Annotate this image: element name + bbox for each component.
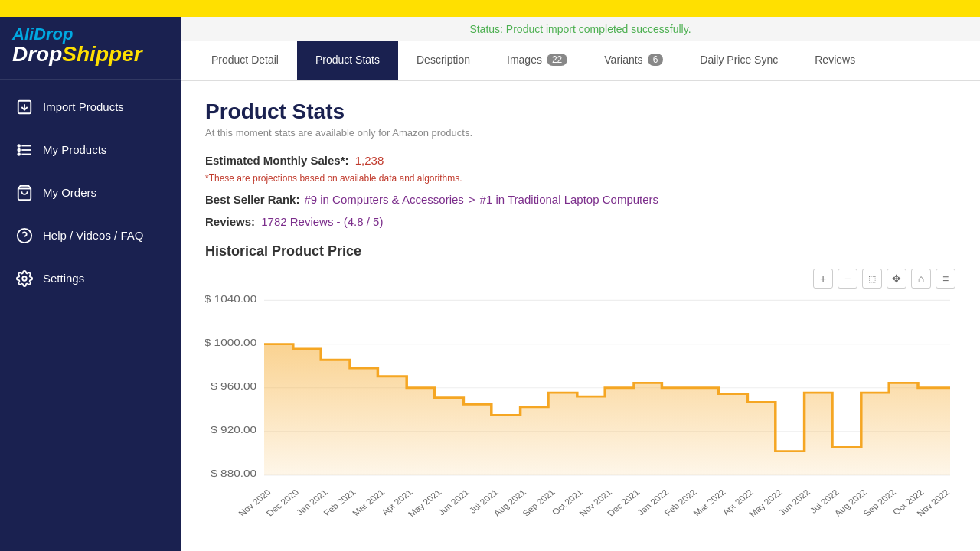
help-icon	[15, 227, 34, 245]
tab-variants-label: Variants	[604, 54, 642, 66]
tab-description[interactable]: Description	[398, 41, 488, 80]
sidebar-item-label-settings: Settings	[43, 272, 84, 285]
svg-point-11	[22, 276, 27, 281]
tab-reviews[interactable]: Reviews	[796, 41, 874, 80]
estimated-sales-value: 1,238	[355, 154, 384, 167]
sidebar-item-label-import: Import Products	[43, 100, 124, 113]
bestseller-link-1[interactable]: #9 in Computers & Accessories	[304, 193, 463, 206]
logo: AliDrop DropShipper	[0, 17, 181, 80]
sidebar-item-my-products[interactable]: My Products	[0, 129, 181, 171]
tab-images[interactable]: Images 22	[488, 41, 586, 80]
page-content: Product Stats At this moment stats are a…	[181, 81, 980, 551]
chart-zoom-in-button[interactable]: +	[813, 269, 833, 289]
reviews-value: 1782 Reviews - (4.8 / 5)	[261, 215, 383, 228]
tab-description-label: Description	[416, 54, 470, 66]
sidebar-item-label-help: Help / Videos / FAQ	[43, 229, 143, 242]
sidebar-nav: Import Products My Products	[0, 80, 181, 306]
tab-reviews-label: Reviews	[815, 54, 855, 66]
tab-variants[interactable]: Variants 6	[586, 41, 681, 80]
sidebar-item-my-orders[interactable]: My Orders	[0, 171, 181, 214]
logo-bottom: DropShipper	[12, 43, 168, 67]
sidebar-item-settings[interactable]: Settings	[0, 257, 181, 300]
status-bar: Status: Product import completed success…	[181, 17, 980, 41]
reviews-label: Reviews:	[205, 215, 255, 228]
logo-top: AliDrop	[12, 26, 168, 43]
svg-text:$ 960.00: $ 960.00	[211, 380, 256, 391]
tab-daily-price-sync-label: Daily Price Sync	[700, 54, 778, 66]
estimated-sales-row: Estimated Monthly Sales*: 1,238	[205, 154, 956, 167]
images-badge: 22	[547, 54, 567, 66]
import-icon	[15, 98, 34, 116]
tab-product-stats-label: Product Stats	[315, 54, 380, 66]
main-content: Status: Product import completed success…	[181, 17, 980, 551]
chart-zoom-out-button[interactable]: −	[838, 269, 858, 289]
bestseller-arrow: >	[469, 193, 475, 206]
tab-product-stats[interactable]: Product Stats	[297, 41, 398, 80]
chart-toolbar: + − ⬚ ✥ ⌂ ≡	[205, 269, 956, 289]
bestseller-link-2[interactable]: #1 in Traditional Laptop Computers	[480, 193, 658, 206]
svg-point-7	[18, 153, 20, 155]
svg-text:$ 880.00: $ 880.00	[211, 468, 256, 479]
tab-daily-price-sync[interactable]: Daily Price Sync	[681, 41, 796, 80]
sales-note: *These are projections based on availabl…	[205, 173, 956, 184]
svg-text:$ 1040.00: $ 1040.00	[205, 293, 256, 304]
sidebar-item-label-products: My Products	[43, 143, 106, 156]
settings-icon	[15, 269, 34, 288]
tabs-container: Product Detail Product Stats Description…	[181, 41, 980, 81]
svg-point-5	[18, 145, 20, 147]
chart-zoom-rect-button[interactable]: ⬚	[862, 269, 882, 289]
svg-point-6	[18, 148, 20, 151]
top-bar	[0, 0, 980, 17]
sidebar-item-help[interactable]: Help / Videos / FAQ	[0, 214, 181, 257]
estimated-sales-label: Estimated Monthly Sales*:	[205, 154, 349, 167]
sidebar: AliDrop DropShipper Import Products	[0, 17, 181, 551]
chart-container: $ 1040.00 $ 1000.00 $ 960.00 $ 920.00 $ …	[205, 292, 956, 536]
bestseller-rank-row: Best Seller Rank: #9 in Computers & Acce…	[205, 193, 956, 206]
sidebar-item-import-products[interactable]: Import Products	[0, 86, 181, 129]
chart-menu-button[interactable]: ≡	[936, 269, 956, 289]
historical-price-chart: $ 1040.00 $ 1000.00 $ 960.00 $ 920.00 $ …	[205, 292, 956, 536]
reviews-row: Reviews: 1782 Reviews - (4.8 / 5)	[205, 215, 956, 228]
bestseller-rank-label: Best Seller Rank:	[205, 193, 299, 206]
tab-product-detail[interactable]: Product Detail	[193, 41, 297, 80]
variants-badge: 6	[648, 54, 664, 66]
tab-product-detail-label: Product Detail	[211, 54, 279, 66]
chart-pan-button[interactable]: ✥	[887, 269, 906, 289]
chart-home-button[interactable]: ⌂	[911, 269, 931, 289]
orders-icon	[15, 184, 34, 202]
chart-section-title: Historical Product Price	[205, 243, 956, 259]
status-message: Status: Product import completed success…	[469, 23, 691, 35]
tab-images-label: Images	[507, 54, 542, 66]
sidebar-item-label-orders: My Orders	[43, 186, 96, 199]
page-subtitle: At this moment stats are available only …	[205, 127, 956, 139]
list-icon	[15, 141, 34, 159]
svg-text:$ 1000.00: $ 1000.00	[205, 337, 256, 347]
svg-marker-22	[264, 344, 950, 475]
svg-text:$ 920.00: $ 920.00	[211, 425, 256, 435]
page-title: Product Stats	[205, 99, 956, 124]
